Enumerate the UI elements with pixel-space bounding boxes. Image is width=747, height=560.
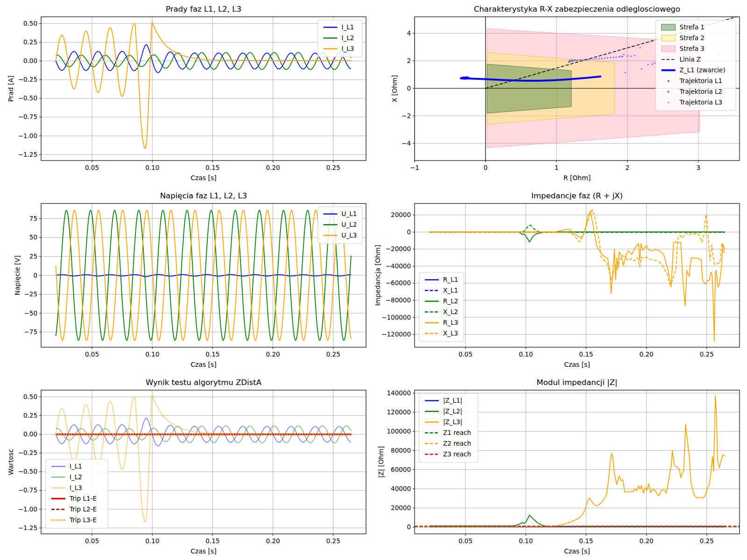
ytick-label: 20000 — [391, 504, 411, 511]
protection-test-figure: 0.050.100.150.200.250.500.250.00−0.25−0.… — [0, 0, 747, 560]
plot-area — [41, 17, 366, 161]
xtick-label: 0.25 — [326, 164, 340, 171]
xtick-label: −1 — [410, 164, 419, 171]
legend-entry-label: Trajektoria L1 — [679, 77, 723, 84]
ytick-label: −40000 — [386, 262, 411, 270]
scatter-point — [630, 56, 632, 57]
legend-marker — [667, 91, 669, 92]
ytick-label: −75 — [24, 328, 38, 336]
xtick-label: 0.15 — [205, 350, 219, 358]
scatter-point — [620, 56, 622, 57]
ytick-label: 2 — [407, 57, 411, 64]
x-axis-label: R [Ohm] — [564, 174, 591, 182]
impedance-modulus-svg: 0.050.100.150.200.2502000040000600008000… — [374, 373, 747, 560]
xtick-label: 0.20 — [640, 537, 654, 545]
ytick-label: −100000 — [381, 314, 411, 321]
scatter-point — [595, 58, 597, 60]
y-axis-label: |Z| [Ohm] — [377, 446, 385, 478]
scatter-point — [592, 58, 594, 60]
ytick-label: 80000 — [391, 447, 411, 454]
xtick-label: 2 — [626, 164, 630, 171]
legend: I_L1I_L2I_L3 — [318, 20, 362, 57]
legend-entry-label: I_L1 — [70, 462, 82, 470]
legend-entry-label: I_L1 — [342, 23, 354, 31]
y-axis-label: Impedancja [Ohm] — [374, 245, 381, 306]
ytick-label: 0.00 — [23, 430, 37, 438]
legend-entry-label: Z_L1 (zwarcie) — [680, 66, 726, 74]
scatter-point — [640, 47, 641, 48]
ytick-label: −60000 — [386, 279, 411, 287]
ytick-label: 0.25 — [23, 38, 37, 46]
legend-entry-label: |Z_L2| — [443, 407, 462, 415]
chart-voltages: 0.050.100.150.200.257550250−25−50−75Napi… — [0, 187, 374, 373]
scatter-point — [615, 56, 617, 58]
legend-entry-label: X_L3 — [443, 329, 458, 337]
chart-title: Charakterystyka R-X zabezpieczenia odleg… — [474, 5, 680, 14]
ytick-label: −50 — [24, 309, 38, 317]
xtick-label: 0.20 — [266, 350, 280, 358]
legend: Strefa 1Strefa 2Strefa 3Linia ZZ_L1 (zwa… — [656, 20, 736, 111]
xtick-label: 0.20 — [266, 164, 280, 171]
xtick-label: 0 — [484, 164, 488, 171]
ytick-label: −0.75 — [18, 113, 37, 120]
chart-impedances: 0.050.100.150.200.25200000−20000−40000−6… — [374, 187, 747, 373]
scatter-point — [634, 55, 635, 56]
ytick-label: 4 — [407, 29, 411, 37]
xtick-label: 0.15 — [579, 350, 593, 358]
legend-entry-label: X_L2 — [443, 308, 458, 315]
ytick-label: 60000 — [391, 466, 411, 473]
chart-rx-characteristic: −10123−4−2024Charakterystyka R-X zabezpi… — [374, 0, 747, 187]
legend-entry-label: Trajektoria L3 — [679, 98, 723, 106]
legend-entry-label: I_L2 — [342, 34, 354, 42]
ytick-label: 100000 — [387, 427, 411, 435]
legend-entry-label: Linia Z — [680, 56, 701, 63]
y-axis-label: Wartosc — [7, 449, 14, 475]
ytick-label: 25 — [29, 252, 37, 260]
ytick-label: −2 — [402, 112, 411, 119]
ytick-label: −80000 — [386, 296, 411, 304]
voltages-svg: 0.050.100.150.200.257550250−25−50−75Napi… — [0, 187, 374, 373]
scatter-point — [585, 59, 587, 60]
x-axis-label: Czas [s] — [564, 361, 590, 368]
currents-svg: 0.050.100.150.200.250.500.250.00−0.25−0.… — [0, 0, 374, 187]
ytick-label: −0.25 — [18, 449, 37, 456]
xtick-label: 0.10 — [519, 350, 533, 358]
ytick-label: 140000 — [387, 389, 411, 397]
xtick-label: 0.10 — [145, 164, 159, 171]
scatter-point — [571, 59, 573, 61]
xtick-label: 0.25 — [700, 350, 714, 358]
scatter-point — [576, 60, 577, 62]
legend-entry-label: |Z_L1| — [443, 397, 462, 405]
xtick-label: 0.15 — [205, 537, 219, 545]
xtick-label: 0.05 — [458, 537, 472, 545]
scatter-point — [613, 57, 614, 58]
ytick-label: −20000 — [386, 245, 411, 252]
legend: |Z_L1||Z_L2||Z_L3|Z1 reachZ2 reachZ3 rea… — [419, 393, 478, 462]
ytick-label: −1.00 — [18, 132, 37, 140]
ytick-label: −1.00 — [18, 505, 37, 513]
ytick-label: 75 — [29, 215, 37, 222]
xtick-label: 1 — [555, 164, 559, 171]
x-axis-label: Czas [s] — [190, 174, 217, 182]
xtick-label: 0.10 — [145, 350, 159, 358]
scatter-point — [581, 59, 583, 61]
scatter-point — [590, 58, 591, 60]
x-axis-label: Czas [s] — [190, 361, 217, 368]
legend-entry-label: Strefa 3 — [680, 45, 705, 52]
legend-entry-label: I_L3 — [70, 484, 82, 491]
xtick-label: 0.05 — [85, 537, 99, 545]
zone-strefa-1 — [487, 64, 571, 113]
ytick-label: −4 — [402, 140, 411, 147]
legend-entry-label: I_L2 — [70, 473, 82, 481]
x-axis-label: Czas [s] — [564, 547, 590, 555]
ytick-label: 0.50 — [23, 20, 37, 27]
chart-title: Prady faz L1, L2, L3 — [166, 5, 241, 14]
ytick-label: 120000 — [387, 408, 411, 416]
legend-entry-label: Z1 reach — [443, 429, 471, 436]
legend-entry-label: R_L1 — [443, 276, 458, 283]
scatter-point — [574, 59, 576, 61]
xtick-label: 0.20 — [640, 350, 654, 358]
ytick-label: 40000 — [391, 485, 411, 492]
x-axis-label: Czas [s] — [190, 547, 217, 555]
scatter-point — [651, 63, 653, 65]
